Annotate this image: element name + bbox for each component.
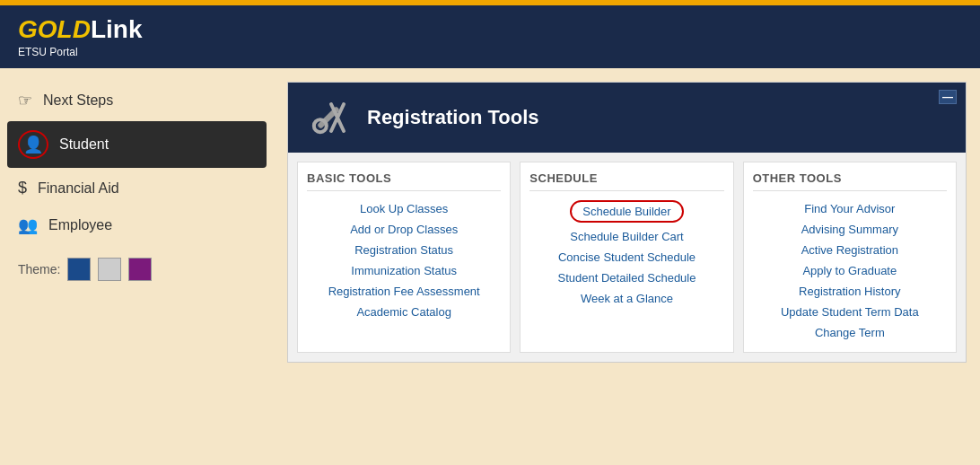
reg-header: Registration Tools — bbox=[288, 83, 966, 153]
employee-icon: 👥 bbox=[18, 215, 38, 235]
logo-link: Link bbox=[91, 15, 143, 44]
link-detailed-schedule[interactable]: Student Detailed Schedule bbox=[529, 268, 723, 288]
link-find-advisor[interactable]: Find Your Advisor bbox=[753, 198, 947, 219]
theme-label: Theme: bbox=[18, 262, 60, 276]
link-apply-graduate[interactable]: Apply to Graduate bbox=[753, 260, 947, 281]
sidebar-item-label: Financial Aid bbox=[38, 180, 119, 197]
link-registration-status[interactable]: Registration Status bbox=[307, 240, 501, 260]
theme-swatch-gray[interactable] bbox=[98, 258, 121, 281]
link-week-at-glance[interactable]: Week at a Glance bbox=[529, 288, 723, 309]
logo: GOLD Link ETSU Portal bbox=[18, 15, 142, 58]
tools-icon bbox=[306, 95, 351, 140]
tools-grid: BASIC TOOLS Look Up Classes Add or Drop … bbox=[288, 153, 966, 362]
basic-tools-box: BASIC TOOLS Look Up Classes Add or Drop … bbox=[297, 162, 511, 353]
layout: ☞ Next Steps 👤 Student $ Financial Aid 👥… bbox=[0, 68, 980, 465]
link-schedule-builder[interactable]: Schedule Builder bbox=[570, 200, 683, 223]
theme-swatch-blue[interactable] bbox=[67, 258, 91, 281]
reg-panel-title: Registration Tools bbox=[367, 106, 539, 129]
sidebar: ☞ Next Steps 👤 Student $ Financial Aid 👥… bbox=[0, 68, 274, 465]
schedule-box: SCHEDULE Schedule Builder Schedule Build… bbox=[520, 162, 733, 353]
link-immunization-status[interactable]: Immunization Status bbox=[307, 260, 501, 281]
theme-row: Theme: bbox=[0, 249, 274, 290]
student-icon: 👤 bbox=[18, 130, 48, 159]
sidebar-item-label: Next Steps bbox=[43, 92, 113, 109]
link-look-up-classes[interactable]: Look Up Classes bbox=[307, 198, 501, 219]
sidebar-item-employee[interactable]: 👥 Employee bbox=[0, 206, 274, 244]
sidebar-item-label: Student bbox=[59, 136, 109, 153]
header: GOLD Link ETSU Portal bbox=[0, 5, 980, 68]
dollar-icon: $ bbox=[18, 179, 27, 197]
link-academic-catalog[interactable]: Academic Catalog bbox=[307, 302, 501, 322]
link-active-registration[interactable]: Active Registration bbox=[753, 240, 947, 260]
other-tools-header: OTHER TOOLS bbox=[753, 171, 947, 191]
link-registration-fee[interactable]: Registration Fee Assessment bbox=[307, 281, 501, 302]
link-concise-schedule[interactable]: Concise Student Schedule bbox=[529, 247, 723, 268]
sidebar-item-label: Employee bbox=[48, 217, 112, 233]
link-add-drop-classes[interactable]: Add or Drop Classes bbox=[307, 219, 501, 240]
basic-tools-header: BASIC TOOLS bbox=[307, 171, 501, 191]
link-update-term-data[interactable]: Update Student Term Data bbox=[753, 302, 947, 322]
logo-gold: GOLD bbox=[18, 15, 91, 44]
theme-swatch-purple[interactable] bbox=[128, 258, 152, 281]
link-schedule-builder-cart[interactable]: Schedule Builder Cart bbox=[529, 226, 723, 247]
schedule-builder-wrapper: Schedule Builder bbox=[529, 198, 723, 224]
link-advising-summary[interactable]: Advising Summary bbox=[753, 219, 947, 240]
link-change-term[interactable]: Change Term bbox=[753, 322, 947, 343]
reg-panel: Registration Tools — BASIC TOOLS Look Up… bbox=[287, 82, 967, 363]
sidebar-item-next-steps[interactable]: ☞ Next Steps bbox=[0, 82, 274, 119]
link-registration-history[interactable]: Registration History bbox=[753, 281, 947, 302]
sidebar-item-student[interactable]: 👤 Student bbox=[7, 121, 267, 168]
logo-subtitle: ETSU Portal bbox=[18, 46, 142, 58]
minimize-button[interactable]: — bbox=[939, 90, 957, 104]
sidebar-item-financial-aid[interactable]: $ Financial Aid bbox=[0, 170, 274, 206]
other-tools-box: OTHER TOOLS Find Your Advisor Advising S… bbox=[743, 162, 957, 353]
schedule-header: SCHEDULE bbox=[529, 171, 723, 191]
next-steps-icon: ☞ bbox=[18, 91, 32, 110]
main-content: Registration Tools — BASIC TOOLS Look Up… bbox=[274, 68, 980, 465]
